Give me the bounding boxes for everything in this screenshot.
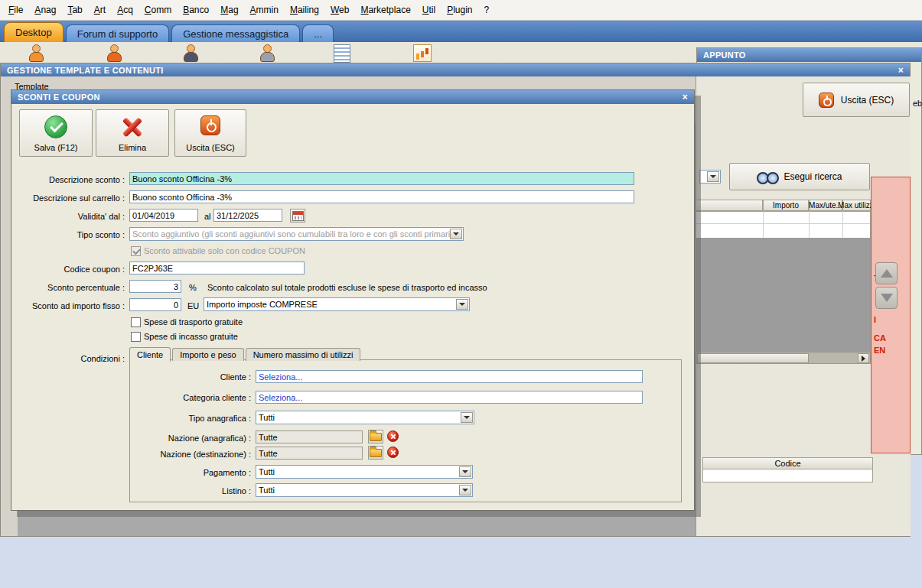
nazione-destinazione-clear-button[interactable]	[387, 447, 399, 458]
categoria-cliente-value[interactable]: Seleziona...	[259, 393, 302, 402]
tipo-sconto-label: Tipo sconto :	[11, 230, 125, 239]
percent-symbol: %	[189, 283, 197, 292]
person-icon-2[interactable]	[106, 44, 122, 63]
chevron-down-icon[interactable]	[450, 229, 462, 239]
menu-item-web[interactable]: Web	[325, 2, 354, 18]
grid-gray-area	[696, 238, 871, 352]
categoria-cliente-input[interactable]: Seleziona...	[256, 391, 643, 404]
descrizione-carrello-input[interactable]: Buono sconto Officina -3%	[129, 190, 634, 203]
list-icon[interactable]	[334, 44, 350, 63]
menu-item-comm[interactable]: Comm	[139, 2, 177, 18]
chevron-down-icon[interactable]	[461, 412, 473, 423]
pagamento-combo[interactable]: Tutti	[256, 465, 473, 479]
validita-al-input[interactable]: 31/12/2025	[213, 209, 282, 222]
cliente-value[interactable]: Seleziona...	[259, 372, 302, 382]
chevron-down-icon[interactable]	[456, 299, 468, 310]
nazione-destinazione-folder-button[interactable]	[368, 446, 383, 460]
menu-item-marketplace[interactable]: Marketplace	[355, 2, 415, 18]
menu-item-banco[interactable]: Banco	[178, 2, 214, 18]
nazione-destinazione-label: Nazione (destinazione) :	[130, 450, 251, 459]
tipo-anagrafica-label: Tipo anagrafica :	[130, 414, 251, 423]
chevron-down-icon[interactable]	[707, 171, 719, 182]
chart-icon[interactable]	[413, 44, 432, 62]
horizontal-scrollbar[interactable]	[696, 352, 871, 364]
tipo-sconto-combo[interactable]: Sconto aggiuntivo (gli sconti aggiuntivi…	[129, 227, 464, 241]
calendar-button[interactable]	[290, 209, 305, 223]
tab-numero-massimo-utilizzi[interactable]: Numero massimo di utilizzi	[246, 348, 361, 361]
codice-coupon-label: Codice coupon :	[11, 265, 125, 274]
person-icon-4[interactable]	[259, 44, 275, 63]
sconto-importo-input[interactable]: 0	[129, 298, 181, 311]
descrizione-carrello-label: Descrizione sul carrello :	[11, 193, 125, 203]
menu-item-mag[interactable]: Mag	[215, 2, 243, 18]
categoria-cliente-label: Categoria cliente :	[130, 393, 251, 402]
tab-gestione-messaggistica[interactable]: Gestione messaggistica	[171, 24, 300, 42]
side-note-panel: T I CA EN	[871, 177, 911, 453]
tipo-sconto-value: Sconto aggiuntivo (gli sconti aggiuntivi…	[132, 229, 453, 239]
salva-label: Salva (F12)	[20, 143, 92, 152]
close-icon[interactable]: ×	[898, 65, 904, 76]
esegui-ricerca-button[interactable]: Esegui ricerca	[729, 163, 870, 190]
coupon-checkbox[interactable]	[131, 246, 141, 256]
grid-header-max-utilizzi[interactable]: Max utilizzi	[842, 200, 871, 211]
incasso-checkbox[interactable]	[131, 332, 141, 342]
side-fragment: CA	[874, 333, 886, 343]
validita-dal-input[interactable]: 01/04/2019	[129, 209, 198, 222]
nazione-anagrafica-clear-button[interactable]	[387, 430, 399, 442]
binoculars-icon	[757, 171, 777, 183]
person-icon-3[interactable]	[182, 44, 199, 63]
grid-header-empty[interactable]	[696, 200, 763, 211]
tab-forum-di-supporto[interactable]: Forum di supporto	[66, 24, 170, 42]
menu-item-util[interactable]: Util	[417, 2, 441, 18]
salva-button[interactable]: Salva (F12)	[19, 109, 93, 157]
importo-imposte-combo[interactable]: Importo imposte COMPRESE	[204, 297, 470, 311]
pagamento-value: Tutti	[259, 467, 275, 476]
elimina-button[interactable]: Elimina	[96, 109, 169, 157]
close-icon[interactable]: ×	[683, 92, 688, 102]
menu-item-anag[interactable]: Anag	[29, 2, 61, 18]
chevron-down-icon[interactable]	[459, 466, 471, 477]
listino-label: Listino :	[130, 486, 251, 495]
person-icon-1[interactable]	[28, 44, 44, 63]
scrollbar-thumb[interactable]	[697, 353, 809, 363]
tipo-anagrafica-combo[interactable]: Tutti	[256, 411, 474, 424]
tab-importo-e-peso[interactable]: Importo e peso	[172, 348, 243, 361]
uscita-esc-button[interactable]: Uscita (ESC)	[803, 83, 910, 117]
menu-item-mailing[interactable]: Mailing	[285, 2, 324, 18]
trasporto-checkbox[interactable]	[131, 317, 141, 327]
nazione-anagrafica-input[interactable]: Tutte	[256, 430, 363, 443]
uscita-button[interactable]: Uscita (ESC)	[174, 109, 246, 157]
importo-imposte-value: Importo imposte COMPRESE	[207, 300, 318, 309]
listino-value: Tutti	[259, 486, 275, 495]
nazione-destinazione-input[interactable]: Tutte	[256, 447, 363, 460]
nazione-anagrafica-folder-button[interactable]	[368, 430, 383, 443]
menu-item-art[interactable]: Art	[89, 2, 111, 18]
menu-item-file[interactable]: File	[3, 2, 28, 18]
sconto-percentuale-input[interactable]: 3	[129, 280, 181, 293]
arrow-down-icon	[881, 294, 893, 302]
nazione-anagrafica-label: Nazione (anagrafica) :	[130, 434, 251, 443]
search-filter-combo[interactable]	[699, 170, 721, 184]
uscita-label: Uscita (ESC)	[175, 143, 246, 152]
menu-item-plugin[interactable]: Plugin	[441, 2, 477, 18]
grid-header-importo[interactable]: Importo	[763, 200, 809, 211]
tab-more[interactable]: ...	[302, 24, 334, 42]
sconto-importo-label: Sconto ad importo fisso :	[11, 301, 125, 310]
codice-header[interactable]: Codice	[702, 457, 873, 469]
tab-cliente[interactable]: Cliente	[129, 347, 171, 362]
codice-coupon-input[interactable]: FC2PJ63E	[129, 262, 305, 275]
scrollbar-right-arrow[interactable]	[858, 353, 869, 363]
menu-item-acq[interactable]: Acq	[112, 2, 138, 18]
menu-item-ammin[interactable]: Ammin	[245, 2, 284, 18]
sconti-e-coupon-dialog: SCONTI E COUPON × Salva (F12) Elimina Us…	[11, 89, 695, 511]
move-up-button[interactable]	[875, 262, 898, 284]
chevron-down-icon[interactable]	[459, 485, 471, 495]
cliente-input[interactable]: Seleziona...	[256, 370, 643, 383]
descrizione-sconto-input[interactable]: Buono sconto Officina -3%	[129, 172, 634, 185]
menu-item-tab[interactable]: Tab	[62, 2, 87, 18]
tab-desktop[interactable]: Desktop	[4, 22, 64, 42]
appunto-truncated-text: eb	[913, 99, 922, 108]
move-down-button[interactable]	[875, 287, 898, 309]
listino-combo[interactable]: Tutti	[256, 483, 473, 497]
menu-item-help[interactable]: ?	[479, 2, 495, 18]
